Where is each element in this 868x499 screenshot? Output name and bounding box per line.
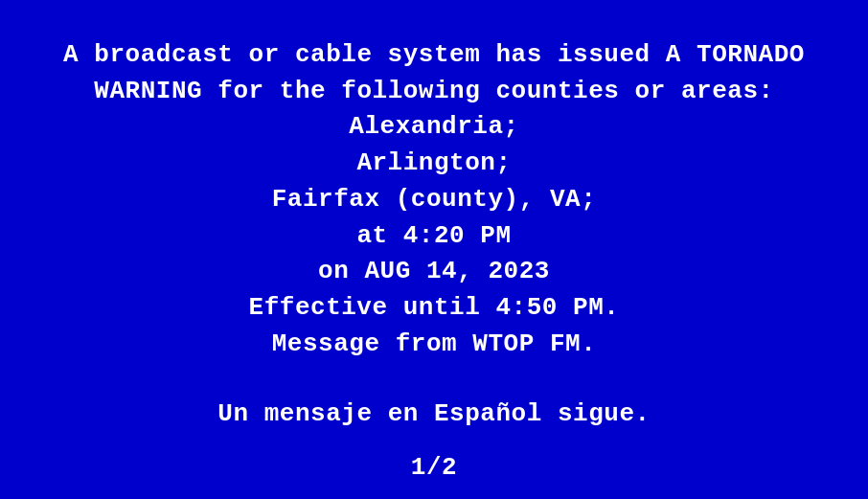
alert-line-2: WARNING for the following counties or ar… — [94, 74, 773, 110]
alert-line-7: on AUG 14, 2023 — [318, 254, 550, 290]
alert-line-6: at 4:20 PM — [356, 218, 511, 255]
alert-screen: A broadcast or cable system has issued A… — [0, 0, 868, 499]
alert-line-4: Arlington; — [356, 146, 511, 182]
alert-line-9: Message from WTOP FM. — [272, 327, 597, 363]
alert-line-3: Alexandria; — [349, 109, 518, 146]
page-indicator: 1/2 — [411, 453, 457, 482]
alert-content: A broadcast or cable system has issued A… — [19, 17, 849, 453]
alert-spanish-line: Un mensaje en Español sigue. — [217, 397, 650, 433]
alert-line-1: A broadcast or cable system has issued A… — [63, 37, 805, 74]
alert-line-5: Fairfax (county), VA; — [272, 182, 597, 218]
alert-line-8: Effective until 4:50 PM. — [249, 290, 620, 327]
